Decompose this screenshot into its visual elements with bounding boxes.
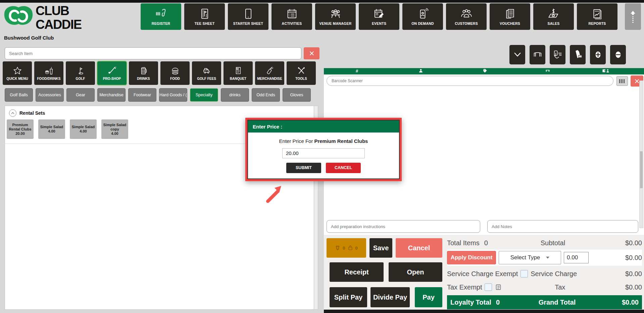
nav-register[interactable]: REGISTER: [141, 3, 181, 30]
service-exempt-checkbox[interactable]: [521, 270, 528, 277]
discount-amount-input[interactable]: [564, 252, 589, 263]
subtab-gear[interactable]: Gear: [66, 88, 95, 102]
table-select-button[interactable]: [530, 45, 545, 64]
nav-tee-sheet[interactable]: TEE SHEET: [184, 3, 225, 30]
table-icon: [533, 50, 543, 60]
nav-reports[interactable]: REPORTS: [577, 3, 617, 30]
tools-icon: [297, 66, 306, 75]
item-name: Premium Rental Clubs: [7, 123, 33, 132]
club-name: Bushwood Golf Club: [4, 35, 54, 41]
nav-label: CUSTOMERS: [455, 21, 478, 25]
tab-label: GOLF: [76, 77, 85, 81]
dialog-cancel-button[interactable]: CANCEL: [326, 163, 361, 173]
tab-quick-menu[interactable]: QUICK MENU: [3, 61, 32, 85]
pay-button[interactable]: Pay: [415, 287, 442, 307]
tab-banquet[interactable]: $ BANQUET: [224, 61, 253, 85]
grand-total-value: $0.00: [614, 299, 639, 306]
discount-type-select[interactable]: Select Type: [499, 251, 561, 264]
item-price: 20.00: [15, 132, 25, 136]
nav-customers[interactable]: CUSTOMERS: [446, 3, 487, 30]
subtab-odd-ends[interactable]: Odd Ends: [252, 88, 280, 102]
nav-vouchers[interactable]: VOUCHERS: [490, 3, 530, 30]
tab-drinks[interactable]: DRINKS: [129, 61, 158, 85]
calendar-list-icon: [286, 8, 298, 20]
bag-count: 0: [355, 246, 358, 251]
top-nav: REGISTER TEE SHEET STARTER SHEET: [141, 3, 617, 30]
golf-club-icon: [107, 66, 117, 75]
tab-label: TOOLS: [295, 77, 307, 81]
nav-sales[interactable]: SALES: [533, 3, 574, 30]
subtab-golf-balls[interactable]: Golf Balls: [5, 88, 33, 102]
price-input[interactable]: [282, 148, 365, 158]
open-button[interactable]: Open: [389, 262, 442, 282]
nav-venue-manager[interactable]: VENUE MANAGER: [315, 3, 356, 30]
tablet-icon: [242, 8, 254, 20]
barcode-scanner-input[interactable]: [327, 76, 613, 86]
barcode-scanner-icon: [155, 8, 167, 20]
tab-golf-fees[interactable]: GOLF FEES: [192, 61, 221, 85]
grand-total-row: Loyalty Total 0 Grand Total $0.00: [447, 295, 642, 309]
save-button[interactable]: Save: [369, 238, 392, 258]
nav-events[interactable]: EVENTS: [359, 3, 399, 30]
nav-starter-sheet[interactable]: STARTER SHEET: [228, 3, 268, 30]
remove-button[interactable]: [610, 45, 626, 64]
total-items-value: 0: [484, 239, 488, 247]
collapse-cart-button[interactable]: [509, 45, 525, 64]
submit-button[interactable]: SUBMIT: [286, 163, 321, 173]
tab-label: FOOD/DRINKS: [37, 77, 61, 81]
subtab-footwear[interactable]: Footwear: [128, 88, 156, 102]
subtab-hard-goods[interactable]: Hard Goods / (: [159, 88, 187, 102]
nav-label: ACTIVITIES: [282, 21, 302, 25]
nav-on-demand[interactable]: ON DEMAND: [402, 3, 443, 30]
window-top-strip: [0, 0, 644, 3]
subtab-accessories[interactable]: Accessories: [36, 88, 64, 102]
receipt-button[interactable]: Receipt: [330, 262, 384, 282]
add-button[interactable]: [590, 45, 606, 64]
collapse-group-button[interactable]: [9, 109, 16, 117]
divide-pay-button[interactable]: Divide Pay: [370, 287, 410, 307]
split-pay-button[interactable]: Split Pay: [330, 287, 367, 307]
barcode-icon: [619, 79, 625, 83]
item-tile-simple-salad-2[interactable]: Simple Salad 4.00: [70, 119, 97, 139]
touch-list-icon: [553, 50, 563, 60]
search-clear-button[interactable]: [304, 47, 319, 59]
tab-merchandise[interactable]: MERCHANDISE: [255, 61, 284, 85]
drink-counter-icon: [335, 245, 340, 251]
drink-bag-counter-button[interactable]: 0 0: [327, 238, 366, 258]
subtab-drinks[interactable]: drinks: [221, 88, 249, 102]
tax-note-button[interactable]: [495, 283, 502, 291]
item-tile-simple-salad-1[interactable]: Simple Salad 4.00: [38, 119, 65, 139]
card-swipe-icon: [573, 50, 583, 60]
nav-scroll-up-button[interactable]: [625, 3, 641, 30]
cart-scrollbar[interactable]: [639, 81, 643, 228]
prep-instructions-input[interactable]: [327, 220, 480, 233]
subtab-merchandise[interactable]: Merchandise: [97, 88, 126, 102]
subtab-gloves[interactable]: Gloves: [283, 88, 311, 102]
cancel-button[interactable]: Cancel: [396, 238, 442, 258]
item-tile-premium-rental-clubs[interactable]: Premium Rental Clubs 20.00: [7, 119, 34, 139]
subtab-specialty[interactable]: Specialty: [190, 88, 218, 102]
notes-input[interactable]: [487, 220, 638, 233]
dialog-body: Enter Price ForPremium Rental Clubs SUBM…: [248, 133, 399, 178]
money-icon: [548, 8, 560, 20]
star-icon: [13, 66, 22, 75]
tab-food[interactable]: FOOD: [160, 61, 190, 85]
tab-tools[interactable]: TOOLS: [287, 61, 316, 85]
touch-order-button[interactable]: [550, 45, 565, 64]
scrollbar-thumb[interactable]: [640, 151, 643, 188]
group-title: Rental Sets: [19, 110, 45, 116]
tab-golf[interactable]: GOLF: [66, 61, 95, 85]
tax-exempt-checkbox[interactable]: [485, 283, 492, 291]
category-tabs: QUICK MENU FOOD/DRINKS GOLF PRO-SHOP: [3, 61, 316, 85]
chevron-up-icon: [11, 111, 15, 115]
tab-label: QUICK MENU: [6, 77, 28, 81]
tab-food-drinks[interactable]: FOOD/DRINKS: [34, 61, 63, 85]
voucher-icon: [504, 8, 516, 20]
barcode-button[interactable]: [616, 76, 628, 86]
search-input[interactable]: [5, 47, 301, 59]
nav-activities[interactable]: ACTIVITIES: [271, 3, 312, 30]
card-payment-button[interactable]: [570, 45, 586, 64]
tab-pro-shop[interactable]: PRO-SHOP: [97, 61, 127, 85]
apply-discount-button[interactable]: Apply Discount: [447, 251, 496, 264]
item-tile-simple-salad-copy[interactable]: Simple Salad copy 4.00: [101, 119, 128, 139]
